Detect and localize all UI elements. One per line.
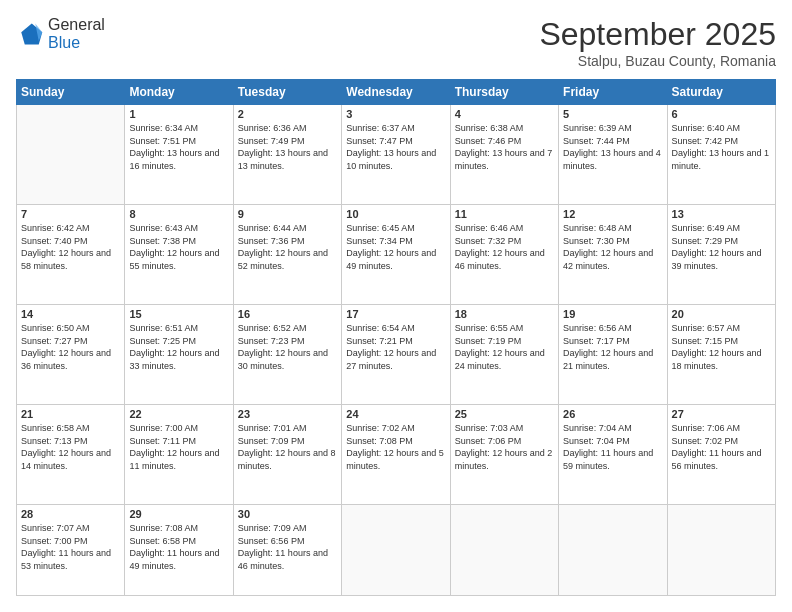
calendar-cell bbox=[342, 505, 450, 596]
day-number: 16 bbox=[238, 308, 337, 320]
day-number: 26 bbox=[563, 408, 662, 420]
calendar-cell: 18Sunrise: 6:55 AMSunset: 7:19 PMDayligh… bbox=[450, 305, 558, 405]
day-info: Sunrise: 6:54 AMSunset: 7:21 PMDaylight:… bbox=[346, 322, 445, 372]
calendar-cell bbox=[559, 505, 667, 596]
day-info: Sunrise: 7:03 AMSunset: 7:06 PMDaylight:… bbox=[455, 422, 554, 472]
calendar-cell: 23Sunrise: 7:01 AMSunset: 7:09 PMDayligh… bbox=[233, 405, 341, 505]
header-tuesday: Tuesday bbox=[233, 80, 341, 105]
header-monday: Monday bbox=[125, 80, 233, 105]
day-info: Sunrise: 6:34 AMSunset: 7:51 PMDaylight:… bbox=[129, 122, 228, 172]
day-info: Sunrise: 6:51 AMSunset: 7:25 PMDaylight:… bbox=[129, 322, 228, 372]
calendar-cell: 26Sunrise: 7:04 AMSunset: 7:04 PMDayligh… bbox=[559, 405, 667, 505]
calendar-week-row: 28Sunrise: 7:07 AMSunset: 7:00 PMDayligh… bbox=[17, 505, 776, 596]
day-number: 2 bbox=[238, 108, 337, 120]
day-info: Sunrise: 6:42 AMSunset: 7:40 PMDaylight:… bbox=[21, 222, 120, 272]
calendar-cell: 24Sunrise: 7:02 AMSunset: 7:08 PMDayligh… bbox=[342, 405, 450, 505]
calendar-cell: 16Sunrise: 6:52 AMSunset: 7:23 PMDayligh… bbox=[233, 305, 341, 405]
day-number: 21 bbox=[21, 408, 120, 420]
calendar-cell: 2Sunrise: 6:36 AMSunset: 7:49 PMDaylight… bbox=[233, 105, 341, 205]
day-number: 23 bbox=[238, 408, 337, 420]
day-info: Sunrise: 6:37 AMSunset: 7:47 PMDaylight:… bbox=[346, 122, 445, 172]
day-info: Sunrise: 6:55 AMSunset: 7:19 PMDaylight:… bbox=[455, 322, 554, 372]
calendar-cell: 9Sunrise: 6:44 AMSunset: 7:36 PMDaylight… bbox=[233, 205, 341, 305]
header: General Blue September 2025 Stalpu, Buza… bbox=[16, 16, 776, 69]
calendar-cell: 1Sunrise: 6:34 AMSunset: 7:51 PMDaylight… bbox=[125, 105, 233, 205]
calendar-cell: 12Sunrise: 6:48 AMSunset: 7:30 PMDayligh… bbox=[559, 205, 667, 305]
day-number: 22 bbox=[129, 408, 228, 420]
header-thursday: Thursday bbox=[450, 80, 558, 105]
calendar-cell: 19Sunrise: 6:56 AMSunset: 7:17 PMDayligh… bbox=[559, 305, 667, 405]
day-info: Sunrise: 6:46 AMSunset: 7:32 PMDaylight:… bbox=[455, 222, 554, 272]
calendar-cell: 30Sunrise: 7:09 AMSunset: 6:56 PMDayligh… bbox=[233, 505, 341, 596]
calendar-cell: 28Sunrise: 7:07 AMSunset: 7:00 PMDayligh… bbox=[17, 505, 125, 596]
day-info: Sunrise: 6:43 AMSunset: 7:38 PMDaylight:… bbox=[129, 222, 228, 272]
calendar-cell: 21Sunrise: 6:58 AMSunset: 7:13 PMDayligh… bbox=[17, 405, 125, 505]
day-number: 6 bbox=[672, 108, 771, 120]
day-number: 10 bbox=[346, 208, 445, 220]
day-info: Sunrise: 6:39 AMSunset: 7:44 PMDaylight:… bbox=[563, 122, 662, 172]
day-number: 7 bbox=[21, 208, 120, 220]
header-sunday: Sunday bbox=[17, 80, 125, 105]
calendar-cell: 29Sunrise: 7:08 AMSunset: 6:58 PMDayligh… bbox=[125, 505, 233, 596]
calendar-cell: 8Sunrise: 6:43 AMSunset: 7:38 PMDaylight… bbox=[125, 205, 233, 305]
page: General Blue September 2025 Stalpu, Buza… bbox=[0, 0, 792, 612]
logo-text: General Blue bbox=[48, 16, 105, 52]
day-number: 3 bbox=[346, 108, 445, 120]
day-info: Sunrise: 7:02 AMSunset: 7:08 PMDaylight:… bbox=[346, 422, 445, 472]
calendar-cell: 27Sunrise: 7:06 AMSunset: 7:02 PMDayligh… bbox=[667, 405, 775, 505]
calendar-week-row: 1Sunrise: 6:34 AMSunset: 7:51 PMDaylight… bbox=[17, 105, 776, 205]
day-number: 29 bbox=[129, 508, 228, 520]
day-number: 4 bbox=[455, 108, 554, 120]
day-info: Sunrise: 6:36 AMSunset: 7:49 PMDaylight:… bbox=[238, 122, 337, 172]
day-number: 14 bbox=[21, 308, 120, 320]
day-number: 13 bbox=[672, 208, 771, 220]
day-number: 28 bbox=[21, 508, 120, 520]
calendar-cell: 7Sunrise: 6:42 AMSunset: 7:40 PMDaylight… bbox=[17, 205, 125, 305]
calendar-cell: 11Sunrise: 6:46 AMSunset: 7:32 PMDayligh… bbox=[450, 205, 558, 305]
day-number: 30 bbox=[238, 508, 337, 520]
day-info: Sunrise: 7:06 AMSunset: 7:02 PMDaylight:… bbox=[672, 422, 771, 472]
calendar-cell: 10Sunrise: 6:45 AMSunset: 7:34 PMDayligh… bbox=[342, 205, 450, 305]
calendar-week-row: 14Sunrise: 6:50 AMSunset: 7:27 PMDayligh… bbox=[17, 305, 776, 405]
day-number: 1 bbox=[129, 108, 228, 120]
calendar-cell bbox=[667, 505, 775, 596]
day-number: 18 bbox=[455, 308, 554, 320]
day-number: 25 bbox=[455, 408, 554, 420]
calendar-week-row: 21Sunrise: 6:58 AMSunset: 7:13 PMDayligh… bbox=[17, 405, 776, 505]
day-info: Sunrise: 6:52 AMSunset: 7:23 PMDaylight:… bbox=[238, 322, 337, 372]
calendar-cell bbox=[17, 105, 125, 205]
calendar-cell: 25Sunrise: 7:03 AMSunset: 7:06 PMDayligh… bbox=[450, 405, 558, 505]
calendar-cell: 4Sunrise: 6:38 AMSunset: 7:46 PMDaylight… bbox=[450, 105, 558, 205]
logo: General Blue bbox=[16, 16, 105, 52]
day-info: Sunrise: 7:04 AMSunset: 7:04 PMDaylight:… bbox=[563, 422, 662, 472]
day-info: Sunrise: 6:45 AMSunset: 7:34 PMDaylight:… bbox=[346, 222, 445, 272]
day-number: 19 bbox=[563, 308, 662, 320]
day-number: 15 bbox=[129, 308, 228, 320]
day-info: Sunrise: 6:50 AMSunset: 7:27 PMDaylight:… bbox=[21, 322, 120, 372]
header-friday: Friday bbox=[559, 80, 667, 105]
day-number: 8 bbox=[129, 208, 228, 220]
day-info: Sunrise: 7:08 AMSunset: 6:58 PMDaylight:… bbox=[129, 522, 228, 572]
calendar-cell: 22Sunrise: 7:00 AMSunset: 7:11 PMDayligh… bbox=[125, 405, 233, 505]
day-number: 5 bbox=[563, 108, 662, 120]
day-info: Sunrise: 6:58 AMSunset: 7:13 PMDaylight:… bbox=[21, 422, 120, 472]
day-info: Sunrise: 7:09 AMSunset: 6:56 PMDaylight:… bbox=[238, 522, 337, 572]
calendar-cell bbox=[450, 505, 558, 596]
month-title: September 2025 bbox=[539, 16, 776, 53]
day-number: 27 bbox=[672, 408, 771, 420]
day-info: Sunrise: 7:07 AMSunset: 7:00 PMDaylight:… bbox=[21, 522, 120, 572]
day-number: 24 bbox=[346, 408, 445, 420]
day-info: Sunrise: 6:44 AMSunset: 7:36 PMDaylight:… bbox=[238, 222, 337, 272]
calendar-cell: 5Sunrise: 6:39 AMSunset: 7:44 PMDaylight… bbox=[559, 105, 667, 205]
calendar-cell: 14Sunrise: 6:50 AMSunset: 7:27 PMDayligh… bbox=[17, 305, 125, 405]
calendar-cell: 13Sunrise: 6:49 AMSunset: 7:29 PMDayligh… bbox=[667, 205, 775, 305]
header-wednesday: Wednesday bbox=[342, 80, 450, 105]
day-number: 11 bbox=[455, 208, 554, 220]
calendar-cell: 17Sunrise: 6:54 AMSunset: 7:21 PMDayligh… bbox=[342, 305, 450, 405]
weekday-header-row: Sunday Monday Tuesday Wednesday Thursday… bbox=[17, 80, 776, 105]
day-info: Sunrise: 6:49 AMSunset: 7:29 PMDaylight:… bbox=[672, 222, 771, 272]
day-info: Sunrise: 7:01 AMSunset: 7:09 PMDaylight:… bbox=[238, 422, 337, 472]
day-number: 12 bbox=[563, 208, 662, 220]
title-block: September 2025 Stalpu, Buzau County, Rom… bbox=[539, 16, 776, 69]
location-subtitle: Stalpu, Buzau County, Romania bbox=[539, 53, 776, 69]
